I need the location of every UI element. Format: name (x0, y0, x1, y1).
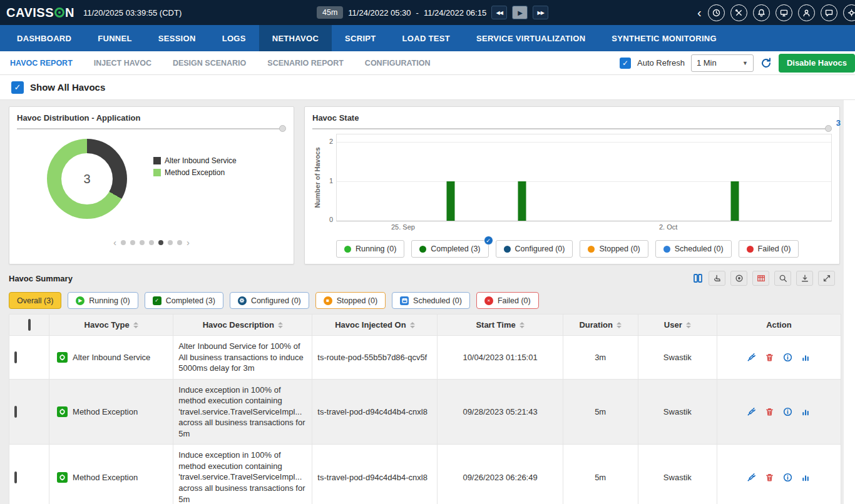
nav-item-logs[interactable]: LOGS (209, 25, 259, 51)
pager-next-icon[interactable]: › (187, 238, 190, 247)
nav-item-script[interactable]: SCRIPT (332, 25, 389, 51)
legend-item[interactable]: Method Exception (153, 168, 237, 177)
chart-icon[interactable] (801, 473, 811, 482)
settings-icon[interactable] (843, 4, 855, 21)
tab-configuration[interactable]: CONFIGURATION (354, 59, 441, 68)
pager-dot[interactable] (149, 240, 154, 245)
history-icon[interactable] (708, 4, 725, 21)
pill-configured[interactable]: Configured (0) (230, 292, 309, 309)
columns-icon[interactable] (692, 273, 704, 284)
legend-button-completed[interactable]: Completed (3) ✓ (411, 240, 488, 258)
legend-item[interactable]: Alter Inbound Service (153, 156, 237, 165)
user-icon[interactable] (798, 4, 815, 21)
inject-havoc-icon[interactable] (747, 473, 756, 482)
legend-button-running[interactable]: Running (0) (336, 240, 404, 258)
target-icon[interactable] (730, 271, 747, 286)
havoc-state-bar[interactable] (730, 181, 739, 221)
delete-rows-icon[interactable] (752, 271, 769, 286)
chat-icon[interactable] (821, 4, 837, 21)
pager-dot[interactable] (121, 240, 126, 245)
row-checkbox[interactable] (14, 351, 17, 363)
forward-button[interactable]: ▶▶ (533, 6, 548, 19)
legend-button-stopped[interactable]: Stopped (0) (580, 240, 648, 258)
nav-item-synthetic-monitoring[interactable]: SYNTHETIC MONITORING (598, 25, 730, 51)
collapse-icons-chevron-icon[interactable]: ‹ (697, 6, 702, 19)
tab-scenario-report[interactable]: SCENARIO REPORT (257, 59, 354, 68)
info-icon[interactable] (783, 473, 792, 482)
pager-dot[interactable] (130, 240, 135, 245)
pill-completed[interactable]: ✓ Completed (3) (145, 292, 223, 309)
col-havoc-injected-on[interactable]: Havoc Injected On (312, 315, 438, 336)
disable-havocs-button[interactable]: Disable Havocs (779, 54, 855, 73)
nav-item-service-virtualization[interactable]: SERVICE VIRTUALIZATION (463, 25, 598, 51)
chart-icon[interactable] (801, 407, 811, 416)
col-havoc-description[interactable]: Havoc Description (173, 315, 312, 336)
chart-icon[interactable] (801, 353, 811, 362)
duration-badge[interactable]: 45m (317, 6, 343, 19)
tools-icon[interactable] (730, 4, 747, 21)
pill-failed[interactable]: × Failed (0) (476, 292, 539, 309)
auto-refresh-checkbox[interactable]: ✓ (620, 58, 631, 69)
sort-icon[interactable] (686, 322, 691, 328)
nav-item-nethavoc[interactable]: NETHAVOC (259, 25, 332, 51)
pill-overall[interactable]: Overall (3) (9, 292, 61, 309)
time-range-start[interactable]: 11/24/2022 05:30 (348, 8, 411, 18)
legend-button-configured[interactable]: Configured (0) (496, 240, 573, 258)
play-button[interactable]: ▶ (512, 6, 528, 19)
tab-havoc-report[interactable]: HAVOC REPORT (10, 59, 83, 68)
pager-dot[interactable] (168, 240, 173, 245)
bell-icon[interactable] (753, 4, 770, 21)
legend-button-failed[interactable]: Failed (0) (739, 240, 799, 258)
sort-icon[interactable] (520, 322, 525, 328)
select-all-checkbox[interactable] (28, 319, 31, 331)
inject-havoc-icon[interactable] (747, 353, 756, 362)
expand-icon[interactable] (818, 271, 835, 286)
row-checkbox[interactable] (14, 406, 17, 418)
pager-prev-icon[interactable]: ‹ (113, 238, 116, 247)
col-start-time[interactable]: Start Time (438, 315, 563, 336)
refresh-interval-select[interactable]: 1 Min ▼ (691, 54, 754, 72)
row-checkbox[interactable] (14, 471, 17, 483)
show-all-havocs-checkbox[interactable]: ✓ (11, 81, 24, 94)
rewind-button[interactable]: ◀◀ (491, 6, 507, 19)
delete-icon[interactable] (765, 407, 774, 416)
nav-item-load-test[interactable]: LOAD TEST (389, 25, 463, 51)
pill-label: Running (0) (89, 296, 130, 305)
pointer-icon[interactable] (709, 271, 725, 286)
pager-dot[interactable] (177, 240, 182, 245)
legend-button-scheduled[interactable]: Scheduled (0) (655, 240, 732, 258)
delete-icon[interactable] (765, 353, 774, 362)
slider-track (312, 128, 828, 129)
col-duration[interactable]: Duration (563, 315, 638, 336)
pill-stopped[interactable]: ■ Stopped (0) (315, 292, 386, 309)
inject-havoc-icon[interactable] (747, 407, 756, 416)
havoc-state-bar[interactable] (446, 181, 454, 221)
search-icon[interactable] (774, 271, 791, 286)
info-icon[interactable] (783, 407, 792, 416)
slider-handle[interactable] (279, 125, 286, 132)
nav-item-dashboard[interactable]: DASHBOARD (4, 25, 84, 51)
slider-handle[interactable] (825, 125, 832, 132)
pager-dot[interactable] (158, 240, 163, 245)
sort-icon[interactable] (617, 322, 622, 328)
sort-icon[interactable] (278, 322, 283, 328)
col-havoc-type[interactable]: Havoc Type (49, 315, 173, 336)
pill-scheduled[interactable]: Scheduled (0) (392, 292, 470, 309)
delete-icon[interactable] (765, 473, 774, 482)
nav-item-session[interactable]: SESSION (145, 25, 209, 51)
sort-icon[interactable] (410, 322, 415, 328)
monitor-icon[interactable] (776, 4, 792, 21)
refresh-icon[interactable] (760, 57, 772, 69)
pager-dot[interactable] (140, 240, 145, 245)
tab-inject-havoc[interactable]: INJECT HAVOC (83, 59, 162, 68)
sort-icon[interactable] (133, 322, 138, 328)
download-icon[interactable] (796, 271, 813, 286)
time-range-end[interactable]: 11/24/2022 06:15 (424, 8, 486, 18)
info-icon[interactable] (783, 353, 792, 362)
tab-design-scenario[interactable]: DESIGN SCENARIO (162, 59, 257, 68)
donut-chart: 3 (47, 139, 127, 219)
havoc-state-bar[interactable] (518, 181, 526, 221)
col-user[interactable]: User (638, 315, 717, 336)
pill-running[interactable]: ▶ Running (0) (68, 292, 138, 309)
nav-item-funnel[interactable]: FUNNEL (84, 25, 145, 51)
